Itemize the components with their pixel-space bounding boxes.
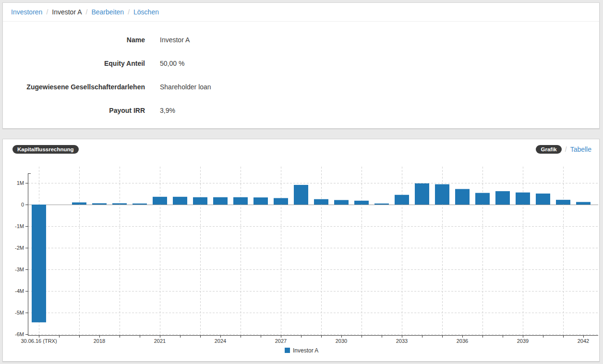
breadcrumb-separator: / <box>86 8 88 16</box>
field-value: Investor A <box>160 36 190 44</box>
investor-details: Name Investor A Equity Anteil 50,00 % Zu… <box>3 22 599 115</box>
chart-bar[interactable] <box>576 202 591 205</box>
chart-bar[interactable] <box>92 203 107 205</box>
chart-bar[interactable] <box>435 184 449 205</box>
chart-bar[interactable] <box>193 197 207 205</box>
x-tick-label: 2036 <box>457 338 468 344</box>
page: Investoren/Investor A/Bearbeiten/Löschen… <box>0 0 603 364</box>
detail-row-payout-irr: Payout IRR 3,9% <box>3 106 599 115</box>
field-value: 3,9% <box>160 106 175 115</box>
chart-bar[interactable] <box>153 197 167 205</box>
breadcrumb: Investoren/Investor A/Bearbeiten/Löschen <box>3 3 599 22</box>
chart-bar[interactable] <box>395 195 409 205</box>
detail-row-equity: Equity Anteil 50,00 % <box>3 59 599 68</box>
detail-row-darlehen: Zugewiesene Gesellschafterdarlehen Share… <box>3 83 599 91</box>
y-tick-label: 1M <box>17 180 24 186</box>
chart-bar[interactable] <box>72 203 86 205</box>
y-tick-label: -4M <box>15 288 24 294</box>
x-tick-label: 2039 <box>517 338 529 344</box>
chart-bar[interactable] <box>475 193 490 205</box>
x-tick-label: 2021 <box>154 338 166 344</box>
view-tabelle-link[interactable]: Tabelle <box>570 146 591 153</box>
x-tick-label: 2027 <box>275 338 287 344</box>
chart-bar[interactable] <box>32 205 46 322</box>
chart-bar[interactable] <box>213 197 228 205</box>
field-value: Shareholder loan <box>160 83 211 91</box>
panel-title-badge: Kapitalflussrechnung <box>12 145 79 154</box>
x-tick-label: 2042 <box>578 338 589 344</box>
chart-bar[interactable] <box>294 185 308 205</box>
cashflow-panel: Kapitalflussrechnung Grafik / Tabelle 1M… <box>2 139 600 362</box>
chart-bar[interactable] <box>173 197 187 205</box>
y-tick-label: -5M <box>15 310 24 315</box>
x-tick-label: 2018 <box>94 338 105 344</box>
chart-bar[interactable] <box>374 204 389 205</box>
view-grafik-badge[interactable]: Grafik <box>536 145 561 154</box>
x-tick-label: 2030 <box>336 338 347 344</box>
breadcrumb-link-loeschen[interactable]: Löschen <box>133 8 159 16</box>
field-label: Name <box>3 36 145 44</box>
legend-marker-icon[interactable] <box>285 348 290 353</box>
chart-bar[interactable] <box>253 197 268 205</box>
breadcrumb-link-bearbeiten[interactable]: Bearbeiten <box>91 8 124 16</box>
y-tick-label: -2M <box>15 245 24 251</box>
x-tick-label: 30.06.16 (TRX) <box>21 338 57 344</box>
investor-detail-card: Investoren/Investor A/Bearbeiten/Löschen… <box>2 2 600 129</box>
chart-bar[interactable] <box>354 201 369 205</box>
breadcrumb-link-investoren[interactable]: Investoren <box>11 8 42 16</box>
cashflow-chart: 1M0-1M-2M-3M-4M-5M-6M30.06.16 (TRX)20182… <box>3 163 601 362</box>
chart-header: Kapitalflussrechnung Grafik / Tabelle <box>12 145 591 154</box>
chart-bar[interactable] <box>233 197 248 205</box>
chart-bar[interactable] <box>556 200 570 205</box>
x-tick-label: 2024 <box>215 338 226 344</box>
field-label: Equity Anteil <box>3 59 145 68</box>
chart-bar[interactable] <box>516 193 530 205</box>
y-tick-label: -3M <box>15 267 24 272</box>
chart-bar[interactable] <box>314 199 328 205</box>
breadcrumb-separator: / <box>128 8 130 16</box>
view-toggle-separator: / <box>565 146 567 153</box>
chart-bar[interactable] <box>274 198 288 205</box>
chart-bar[interactable] <box>495 191 510 205</box>
chart-bar[interactable] <box>415 183 429 205</box>
breadcrumb-separator: / <box>46 8 48 16</box>
breadcrumb-current-investor: Investor A <box>52 8 82 16</box>
field-label: Zugewiesene Gesellschafterdarlehen <box>3 83 145 91</box>
chart-bar[interactable] <box>133 204 147 205</box>
view-toggle: Grafik / Tabelle <box>536 145 591 154</box>
legend-label[interactable]: Investor A <box>293 347 318 354</box>
chart-bar[interactable] <box>455 189 470 205</box>
field-value: 50,00 % <box>160 59 184 68</box>
y-tick-label: -6M <box>15 331 24 337</box>
chart-bar[interactable] <box>334 200 349 205</box>
chart-bar[interactable] <box>536 194 550 205</box>
y-tick-label: -1M <box>15 223 24 229</box>
detail-row-name: Name Investor A <box>3 36 599 44</box>
x-tick-label: 2033 <box>396 338 408 344</box>
chart-bar[interactable] <box>112 203 127 205</box>
y-tick-label: 0 <box>21 202 24 207</box>
field-label: Payout IRR <box>3 106 145 115</box>
